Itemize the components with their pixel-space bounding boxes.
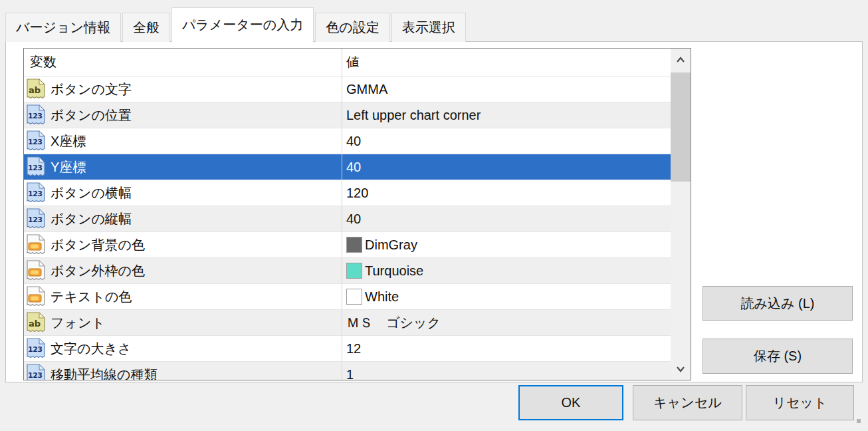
row-label: ボタンの縦幅 <box>51 206 342 231</box>
scrollbar-down-button[interactable] <box>671 359 691 380</box>
svg-text:ab: ab <box>29 319 41 329</box>
svg-text:123: 123 <box>28 112 42 120</box>
table-row[interactable]: ab 123 ボタン外枠の色 Turquoise <box>24 258 671 284</box>
number-param-icon: 123 <box>26 364 46 380</box>
row-value: 120 <box>346 186 368 201</box>
row-value: ＭＳ ゴシック <box>346 314 441 332</box>
row-value: 40 <box>346 134 361 149</box>
color-param-icon <box>26 286 46 307</box>
row-label: ボタン背景の色 <box>51 232 342 257</box>
save-button[interactable]: 保存 (S) <box>703 339 853 374</box>
svg-text:123: 123 <box>28 216 42 224</box>
row-value: 40 <box>346 212 361 227</box>
row-label: ボタンの文字 <box>51 76 342 102</box>
row-value: 12 <box>346 341 361 357</box>
reset-button[interactable]: リセット <box>746 385 854 420</box>
number-param-icon: 123 <box>26 130 46 152</box>
table-row[interactable]: ab 123 Y座標 40 <box>24 154 671 180</box>
table-scrollbar[interactable] <box>671 49 691 380</box>
color-param-icon <box>26 260 46 281</box>
row-value: Left upper chart corner <box>346 108 481 123</box>
row-value: Turquoise <box>365 263 423 279</box>
number-param-icon: 123 <box>26 156 46 178</box>
row-label: ボタンの横幅 <box>51 180 342 206</box>
number-param-icon: 123 <box>26 104 46 126</box>
resize-grip[interactable] <box>857 419 861 423</box>
table-row[interactable]: ab 123 ボタンの縦幅 40 <box>24 206 671 232</box>
chevron-down-icon <box>676 366 685 372</box>
tab-display-selection[interactable]: 表示選択 <box>391 13 466 42</box>
table-row[interactable]: ab 123 文字の大きさ 12 <box>24 336 671 362</box>
tab-version-info[interactable]: バージョン情報 <box>5 13 121 42</box>
table-row[interactable]: ab 123 ボタンの文字 GMMA <box>24 76 671 102</box>
table-row[interactable]: ab 123 ボタン背景の色 DimGray <box>24 232 671 258</box>
tab-parameter-input[interactable]: パラメーターの入力 <box>171 7 314 43</box>
scrollbar-thumb[interactable] <box>671 72 691 182</box>
color-swatch <box>346 237 362 253</box>
row-value: 1 <box>346 367 354 380</box>
row-label: 文字の大きさ <box>51 336 342 361</box>
row-label: ボタンの位置 <box>51 102 342 128</box>
svg-text:123: 123 <box>28 345 42 354</box>
table-row[interactable]: ab 123 テキストの色 White <box>24 284 671 310</box>
text-param-icon: ab <box>26 312 46 333</box>
number-param-icon: 123 <box>26 338 46 359</box>
number-param-icon: 123 <box>26 182 46 204</box>
svg-text:ab: ab <box>29 85 41 95</box>
table-body: ab 123 ボタンの文字 GMMA ab <box>24 76 671 380</box>
table-row[interactable]: ab 123 フォント ＭＳ ゴシック <box>24 310 671 336</box>
row-label: テキストの色 <box>51 284 342 309</box>
number-param-icon: 123 <box>26 208 46 229</box>
svg-text:123: 123 <box>28 190 42 198</box>
parameters-table: 変数 値 ab 123 ボタンの文字 <box>23 48 691 380</box>
column-header-value: 値 <box>342 49 671 76</box>
row-value: GMMA <box>346 82 387 97</box>
color-swatch <box>346 263 362 279</box>
svg-text:123: 123 <box>28 371 42 380</box>
row-label: フォント <box>51 310 342 335</box>
tab-content-panel: 変数 値 ab 123 ボタンの文字 <box>5 41 863 382</box>
scrollbar-up-button[interactable] <box>671 49 691 70</box>
cancel-button[interactable]: キャンセル <box>633 385 742 420</box>
table-row[interactable]: ab 123 移動平均線の種類 1 <box>24 362 671 380</box>
indicator-properties-dialog: バージョン情報 全般 パラメーターの入力 色の設定 表示選択 変数 値 ab 1… <box>0 0 868 431</box>
row-value: White <box>365 289 399 305</box>
ok-button[interactable]: OK <box>518 385 623 420</box>
row-value: 40 <box>346 160 361 175</box>
row-label: Y座標 <box>51 154 342 180</box>
svg-text:123: 123 <box>28 164 42 172</box>
column-header-variable: 変数 <box>24 49 342 76</box>
color-param-icon <box>26 234 46 255</box>
color-swatch <box>346 289 362 305</box>
table-row[interactable]: ab 123 ボタンの横幅 120 <box>24 180 671 206</box>
chevron-up-icon <box>676 57 685 63</box>
row-label: ボタン外枠の色 <box>51 258 342 283</box>
table-row[interactable]: ab 123 ボタンの位置 Left upper chart corner <box>24 102 671 128</box>
tab-general[interactable]: 全般 <box>122 13 170 42</box>
svg-text:123: 123 <box>28 138 42 146</box>
table-header: 変数 値 <box>24 49 671 76</box>
table-row[interactable]: ab 123 X座標 40 <box>24 128 671 154</box>
tab-color-settings[interactable]: 色の設定 <box>315 13 389 42</box>
text-param-icon: ab <box>26 78 46 100</box>
row-value: DimGray <box>365 237 417 253</box>
row-label: X座標 <box>51 128 342 154</box>
load-button[interactable]: 読み込み (L) <box>703 286 853 321</box>
row-label: 移動平均線の種類 <box>51 362 342 380</box>
tab-bar: バージョン情報 全般 パラメーターの入力 色の設定 表示選択 <box>5 0 467 42</box>
